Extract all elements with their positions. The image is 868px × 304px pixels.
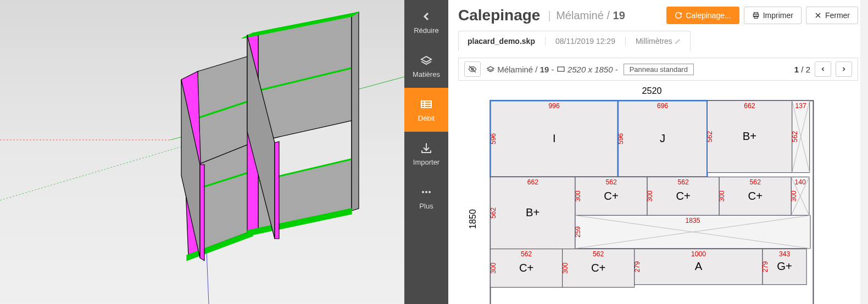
svg-text:300: 300 [489, 262, 497, 274]
svg-text:562: 562 [605, 178, 617, 186]
page-prev-button[interactable] [815, 61, 831, 77]
svg-text:562: 562 [489, 207, 497, 219]
svg-text:662: 662 [527, 178, 539, 186]
sidebar-reduce-label: Réduire [414, 26, 439, 35]
model-viewport[interactable] [0, 0, 404, 304]
panel-header: Calepinage | Mélaminé / 19 Calepinage...… [448, 0, 868, 31]
panel-title: Calepinage [458, 7, 540, 24]
svg-text:696: 696 [657, 102, 669, 110]
svg-marker-22 [275, 142, 279, 239]
svg-text:562: 562 [791, 131, 799, 143]
print-icon [752, 12, 760, 19]
svg-text:279: 279 [633, 261, 641, 273]
svg-text:596: 596 [617, 133, 625, 145]
file-tab[interactable]: placard_demo.skp 08/11/2019 12:29 Millim… [458, 31, 691, 51]
svg-text:2520: 2520 [642, 86, 661, 95]
chevron-left-icon [820, 66, 826, 72]
svg-rect-37 [558, 67, 564, 71]
cutlist-icon [420, 98, 433, 111]
calepinage-button[interactable]: Calepinage... [666, 7, 739, 24]
sidebar-matieres-label: Matières [413, 70, 440, 78]
svg-text:300: 300 [790, 190, 798, 202]
close-button[interactable]: Fermer [806, 7, 858, 24]
page-next-button[interactable] [836, 61, 852, 77]
chevron-left-icon [420, 10, 433, 23]
svg-text:996: 996 [549, 102, 560, 110]
svg-text:259: 259 [574, 226, 582, 238]
sidebar-plus-label: Plus [419, 202, 433, 210]
print-button[interactable]: Imprimer [744, 7, 802, 24]
svg-text:C+: C+ [676, 190, 690, 202]
svg-text:562: 562 [706, 131, 714, 143]
svg-text:140: 140 [794, 178, 806, 186]
sidebar-importer[interactable]: Importer [404, 132, 448, 176]
page-indicator: 1 / 2 [794, 65, 810, 74]
svg-text:562: 562 [678, 178, 689, 186]
more-icon [420, 185, 433, 199]
svg-text:C+: C+ [748, 190, 763, 202]
calepinage-button-label: Calepinage... [686, 11, 731, 20]
chevron-right-icon [841, 66, 847, 72]
cutlist-diagram[interactable]: 25201850I996596J696596B+662562137562B+66… [448, 84, 868, 304]
svg-text:C+: C+ [604, 190, 618, 202]
svg-text:596: 596 [489, 133, 497, 145]
close-icon [814, 12, 822, 19]
svg-text:G+: G+ [777, 260, 792, 272]
tab-filename: placard_demo.skp [468, 37, 535, 46]
tab-date: 08/11/2019 12:29 [555, 37, 615, 46]
svg-point-27 [422, 191, 424, 193]
sidebar-debit[interactable]: Débit [404, 88, 448, 132]
svg-marker-16 [352, 12, 359, 211]
sidebar-reduce[interactable]: Réduire [404, 0, 448, 44]
info-text: Mélaminé / 19 - 2520 x 1850 - [486, 65, 618, 74]
visibility-toggle[interactable] [464, 61, 481, 77]
print-button-label: Imprimer [763, 11, 793, 20]
svg-text:I: I [553, 132, 556, 144]
layers-icon [486, 65, 495, 74]
eye-off-icon [468, 65, 477, 74]
svg-text:1835: 1835 [686, 217, 700, 224]
svg-text:C+: C+ [519, 262, 533, 274]
svg-text:279: 279 [761, 261, 769, 273]
svg-text:137: 137 [795, 102, 807, 110]
svg-marker-10 [258, 14, 352, 142]
svg-text:B+: B+ [743, 130, 756, 142]
sidebar-matieres[interactable]: Matières [404, 44, 448, 88]
tab-units[interactable]: Millimètres [636, 37, 681, 46]
svg-point-28 [425, 191, 427, 193]
svg-text:300: 300 [718, 190, 726, 202]
svg-point-29 [429, 191, 431, 193]
subtitle-material: Mélaminé [556, 9, 604, 21]
subtitle-thickness: 19 [613, 9, 625, 21]
svg-text:A: A [695, 260, 703, 272]
import-icon [420, 142, 433, 155]
sidebar-importer-label: Importer [413, 158, 439, 166]
svg-text:C+: C+ [591, 262, 605, 274]
svg-text:562: 562 [521, 250, 532, 258]
svg-marker-20 [200, 165, 204, 261]
svg-text:1850: 1850 [468, 209, 477, 229]
sidebar-plus[interactable]: Plus [404, 176, 448, 219]
svg-text:300: 300 [646, 190, 654, 202]
svg-line-3 [0, 140, 204, 200]
svg-text:300: 300 [561, 262, 569, 274]
svg-text:1000: 1000 [691, 250, 706, 258]
svg-text:662: 662 [744, 102, 755, 110]
panel-subtitle: | Mélaminé / 19 [546, 9, 625, 22]
svg-text:343: 343 [779, 250, 791, 258]
side-toolbar: Réduire Matières Débit Importer Plus [404, 0, 448, 304]
panel-info-bar: Mélaminé / 19 - 2520 x 1850 - Panneau st… [458, 58, 858, 81]
summary-badge: Panneau standard [624, 64, 694, 75]
refresh-icon [675, 12, 682, 19]
cutlist-panel: Calepinage | Mélaminé / 19 Calepinage...… [448, 0, 868, 304]
svg-rect-23 [421, 101, 431, 108]
svg-text:562: 562 [750, 178, 761, 186]
svg-text:J: J [660, 132, 665, 144]
file-tab-bar: placard_demo.skp 08/11/2019 12:29 Millim… [448, 31, 868, 51]
materials-icon [420, 54, 433, 67]
close-button-label: Fermer [825, 11, 850, 20]
panel-icon [557, 65, 565, 74]
svg-text:B+: B+ [526, 206, 539, 218]
svg-text:562: 562 [593, 250, 604, 258]
svg-text:300: 300 [574, 190, 582, 202]
